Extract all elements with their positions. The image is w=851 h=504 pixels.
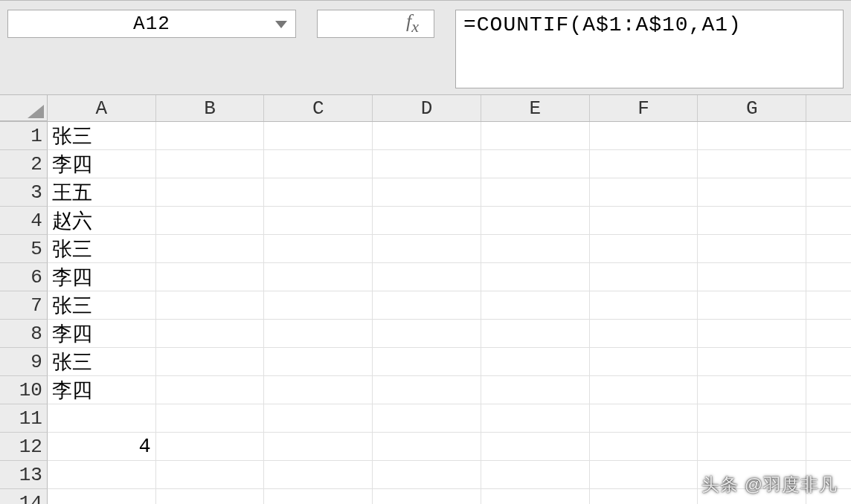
cell-D7[interactable]: [373, 291, 481, 320]
cell-D12[interactable]: [373, 433, 481, 461]
cell-C3[interactable]: [264, 178, 373, 207]
col-header-A[interactable]: A: [48, 95, 156, 121]
cell-D13[interactable]: [373, 461, 481, 489]
cell-extra-10[interactable]: [806, 376, 851, 404]
cell-B4[interactable]: [156, 207, 265, 235]
cell-B7[interactable]: [156, 291, 265, 320]
cell-E1[interactable]: [481, 122, 590, 150]
cell-extra-11[interactable]: [806, 404, 851, 433]
cell-extra-2[interactable]: [806, 150, 851, 178]
cell-C13[interactable]: [264, 461, 373, 489]
cell-G8[interactable]: [698, 320, 806, 348]
cell-F7[interactable]: [590, 291, 699, 320]
cell-C1[interactable]: [264, 122, 373, 150]
row-header[interactable]: 6: [0, 263, 48, 291]
cell-G3[interactable]: [698, 178, 806, 207]
row-header[interactable]: 11: [0, 404, 48, 433]
cell-E8[interactable]: [481, 320, 590, 348]
cell-B5[interactable]: [156, 235, 265, 263]
cell-A11[interactable]: [48, 404, 156, 433]
cell-F8[interactable]: [590, 320, 699, 348]
cell-extra-6[interactable]: [806, 263, 851, 291]
cell-A10[interactable]: 李四: [48, 376, 156, 404]
cell-A5[interactable]: 张三: [48, 235, 156, 263]
cell-extra-1[interactable]: [806, 122, 851, 150]
col-header-F[interactable]: F: [590, 95, 699, 121]
cell-extra-8[interactable]: [806, 320, 851, 348]
cell-G1[interactable]: [698, 122, 806, 150]
cell-A9[interactable]: 张三: [48, 348, 156, 376]
cell-C9[interactable]: [264, 348, 373, 376]
cell-C5[interactable]: [264, 235, 373, 263]
cell-D6[interactable]: [373, 263, 481, 291]
cell-A12[interactable]: 4: [48, 433, 156, 461]
cell-C8[interactable]: [264, 320, 373, 348]
cell-C6[interactable]: [264, 263, 373, 291]
cell-F2[interactable]: [590, 150, 699, 178]
cell-D1[interactable]: [373, 122, 481, 150]
cell-A4[interactable]: 赵六: [48, 207, 156, 235]
cell-extra-14[interactable]: [806, 489, 851, 504]
row-header[interactable]: 10: [0, 376, 48, 404]
cell-G10[interactable]: [698, 376, 806, 404]
cell-G12[interactable]: [698, 433, 806, 461]
cell-D3[interactable]: [373, 178, 481, 207]
row-header[interactable]: 8: [0, 320, 48, 348]
formula-bar[interactable]: =COUNTIF(A$1:A$10,A1): [455, 10, 844, 88]
cell-E5[interactable]: [481, 235, 590, 263]
cell-B12[interactable]: [156, 433, 265, 461]
cell-D5[interactable]: [373, 235, 481, 263]
cell-C12[interactable]: [264, 433, 373, 461]
cell-D14[interactable]: [373, 489, 481, 504]
cell-extra-4[interactable]: [806, 207, 851, 235]
cell-F10[interactable]: [590, 376, 699, 404]
cell-G14[interactable]: [698, 489, 806, 504]
row-header[interactable]: 12: [0, 433, 48, 461]
cell-B11[interactable]: [156, 404, 265, 433]
cell-E10[interactable]: [481, 376, 590, 404]
cell-E7[interactable]: [481, 291, 590, 320]
cell-D4[interactable]: [373, 207, 481, 235]
cell-A8[interactable]: 李四: [48, 320, 156, 348]
cell-G2[interactable]: [698, 150, 806, 178]
row-header[interactable]: 4: [0, 207, 48, 235]
name-box[interactable]: A12: [7, 10, 296, 38]
cell-extra-7[interactable]: [806, 291, 851, 320]
cell-B13[interactable]: [156, 461, 265, 489]
cell-extra-5[interactable]: [806, 235, 851, 263]
cell-F5[interactable]: [590, 235, 699, 263]
cell-D11[interactable]: [373, 404, 481, 433]
cell-D10[interactable]: [373, 376, 481, 404]
row-header[interactable]: 2: [0, 150, 48, 178]
col-header-extra[interactable]: [806, 95, 851, 121]
cell-F1[interactable]: [590, 122, 699, 150]
col-header-D[interactable]: D: [373, 95, 481, 121]
cell-A7[interactable]: 张三: [48, 291, 156, 320]
cell-A2[interactable]: 李四: [48, 150, 156, 178]
cell-F12[interactable]: [590, 433, 699, 461]
col-header-B[interactable]: B: [156, 95, 265, 121]
row-header[interactable]: 14: [0, 489, 48, 504]
cell-E11[interactable]: [481, 404, 590, 433]
cell-E6[interactable]: [481, 263, 590, 291]
cell-E14[interactable]: [481, 489, 590, 504]
cell-extra-12[interactable]: [806, 433, 851, 461]
cell-F6[interactable]: [590, 263, 699, 291]
cell-C2[interactable]: [264, 150, 373, 178]
cell-E9[interactable]: [481, 348, 590, 376]
cell-G6[interactable]: [698, 263, 806, 291]
cell-extra-3[interactable]: [806, 178, 851, 207]
name-box-dropdown-icon[interactable]: [270, 13, 292, 36]
cell-G13[interactable]: [698, 461, 806, 489]
cell-G4[interactable]: [698, 207, 806, 235]
cell-B6[interactable]: [156, 263, 265, 291]
cell-extra-13[interactable]: [806, 461, 851, 489]
cell-A6[interactable]: 李四: [48, 263, 156, 291]
insert-function-button[interactable]: fx: [317, 10, 434, 38]
cell-A13[interactable]: [48, 461, 156, 489]
col-header-E[interactable]: E: [481, 95, 590, 121]
cell-B1[interactable]: [156, 122, 265, 150]
cell-F14[interactable]: [590, 489, 699, 504]
cell-D8[interactable]: [373, 320, 481, 348]
row-header[interactable]: 9: [0, 348, 48, 376]
